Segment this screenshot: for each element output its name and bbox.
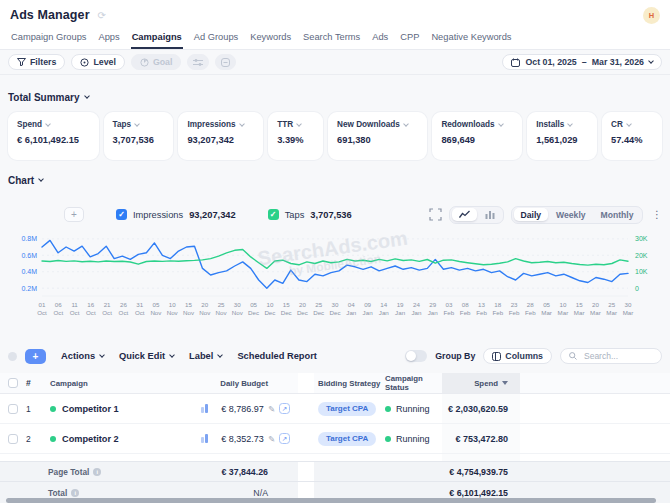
quick-edit-menu[interactable]: Quick Edit [119,351,174,361]
tab-ad-groups[interactable]: Ad Groups [193,30,239,49]
line-chart-canvas[interactable]: 0.8M30K0.6M20K0.4M10K0.2M001Oct06Oct11Oc… [8,228,662,324]
edit-pencil-icon[interactable]: ✎ [268,404,275,414]
chevron-down-icon[interactable] [134,121,140,127]
chevron-down-icon [218,352,224,358]
refresh-icon[interactable]: ⟳ [98,10,106,21]
campaign-name[interactable]: Competitor 1 [62,404,119,414]
chart-header[interactable]: Chart [8,174,662,186]
filters-button[interactable]: Filters [8,54,65,70]
collapse-toggle-button[interactable] [8,352,17,361]
summary-card-impressions: Impressions 93,207,342 [178,112,263,160]
date-end: Mar 31, 2026 [592,57,644,67]
level-button[interactable]: Level [71,54,125,70]
chart-title: Chart [8,175,34,186]
column-header-daily-budget[interactable]: Daily Budget [212,373,298,393]
tab-ads[interactable]: Ads [371,30,389,49]
columns-button[interactable]: Columns [483,348,552,364]
table-toolbar: + Actions Quick Edit Label Scheduled Rep… [0,346,670,366]
svg-text:15Mar: 15Mar [574,301,585,316]
checkbox-checked-icon[interactable]: ✓ [116,209,127,220]
chart-section: Chart + ✓ Impressions 93,207,342 ✓ Taps … [8,174,662,324]
granularity-daily[interactable]: Daily [514,208,549,221]
svg-text:11Oct: 11Oct [70,301,80,316]
chevron-down-icon[interactable] [498,121,504,127]
svg-text:05Mar: 05Mar [541,301,552,316]
horizontal-scrollbar[interactable] [6,498,656,503]
chevron-down-icon[interactable] [296,121,302,127]
chart-area: SearchAds.com by MobileAction 0.8M30K0.6… [8,228,662,324]
tab-campaign-groups[interactable]: Campaign Groups [10,30,87,49]
tab-search-terms[interactable]: Search Terms [302,30,361,49]
tab-keywords[interactable]: Keywords [249,30,292,49]
goal-arrow-icon[interactable]: ↗ [279,403,290,414]
column-header-campaign-status[interactable]: Campaign Status [383,373,442,393]
total-label: Total [48,488,67,498]
card-value: 691,380 [337,135,418,145]
ads-manager-app: Ads Manager ⟳ H Campaign Groups Apps Cam… [0,0,670,503]
campaign-name[interactable]: Competitor 2 [62,434,119,444]
mini-chart-icon[interactable] [201,434,208,443]
label-menu[interactable]: Label [189,351,222,361]
chevron-down-icon[interactable] [403,121,409,127]
bar-chart-button[interactable] [478,208,502,221]
svg-text:0.8M: 0.8M [21,235,37,242]
toggle-knob [406,351,416,361]
svg-text:01Oct: 01Oct [37,301,47,316]
chevron-down-icon[interactable] [45,121,51,127]
add-campaign-button[interactable]: + [25,349,46,364]
line-chart-icon [459,210,470,219]
column-header-num[interactable]: # [26,373,42,393]
tab-campaigns[interactable]: Campaigns [131,30,183,49]
card-label: Spend [17,120,42,129]
group-by-toggle[interactable] [405,350,427,362]
column-header-campaign[interactable]: Campaign [42,373,196,393]
column-header-spend[interactable]: Spend [442,373,520,393]
add-metric-button[interactable]: + [64,207,84,222]
goal-arrow-icon[interactable]: ↗ [279,433,290,444]
tab-apps[interactable]: Apps [97,30,120,49]
bar-chart-icon [485,210,495,219]
tab-cpp[interactable]: CPP [399,30,420,49]
adjust-sliders-button [187,54,209,70]
legend-taps[interactable]: ✓ Taps 3,707,536 [268,209,352,220]
fullscreen-icon[interactable] [429,208,442,221]
search-box[interactable] [560,348,662,364]
chevron-down-icon[interactable] [626,121,632,127]
mini-chart-icon[interactable] [201,404,208,413]
group-by-label: Group By [435,351,475,361]
checkbox-checked-icon[interactable]: ✓ [268,209,279,220]
row-checkbox[interactable] [8,404,18,414]
card-label: Installs [536,120,564,129]
chevron-down-icon[interactable] [568,121,574,127]
more-options-icon[interactable]: ⋮ [652,209,662,220]
card-value: € 6,101,492.15 [17,135,90,145]
line-chart-button[interactable] [452,208,477,221]
svg-text:05Dec: 05Dec [248,301,259,316]
chevron-down-icon[interactable] [239,121,245,127]
actions-menu[interactable]: Actions [61,351,104,361]
chart-type-toggle [449,206,504,224]
date-range-picker[interactable]: Oct 01, 2025 – Mar 31, 2026 [502,54,662,70]
svg-text:28Feb: 28Feb [525,301,536,316]
tab-negative-keywords[interactable]: Negative Keywords [430,30,512,49]
column-header-bidding-strategy[interactable]: Bidding Strategy [314,373,383,393]
level-label: Level [93,57,116,67]
granularity-toggle: Daily Weekly Monthly [511,206,643,224]
top-bar: Ads Manager ⟳ H [0,0,670,30]
legend-impressions[interactable]: ✓ Impressions 93,207,342 [116,209,236,220]
search-input[interactable] [582,350,652,362]
info-icon[interactable]: i [71,489,79,497]
svg-text:10Dec: 10Dec [264,301,275,316]
avatar[interactable]: H [643,7,660,24]
granularity-weekly[interactable]: Weekly [549,208,592,221]
edit-pencil-icon[interactable]: ✎ [268,434,275,444]
svg-text:14Jan: 14Jan [379,301,390,316]
select-all-checkbox[interactable] [8,378,18,388]
scheduled-report-button[interactable]: Scheduled Report [237,351,317,361]
row-checkbox[interactable] [8,434,18,444]
automation-button [215,54,236,70]
info-icon[interactable]: i [93,468,101,476]
granularity-monthly[interactable]: Monthly [594,208,641,221]
svg-text:15Nov: 15Nov [183,301,195,316]
total-summary-header[interactable]: Total Summary [8,91,662,103]
